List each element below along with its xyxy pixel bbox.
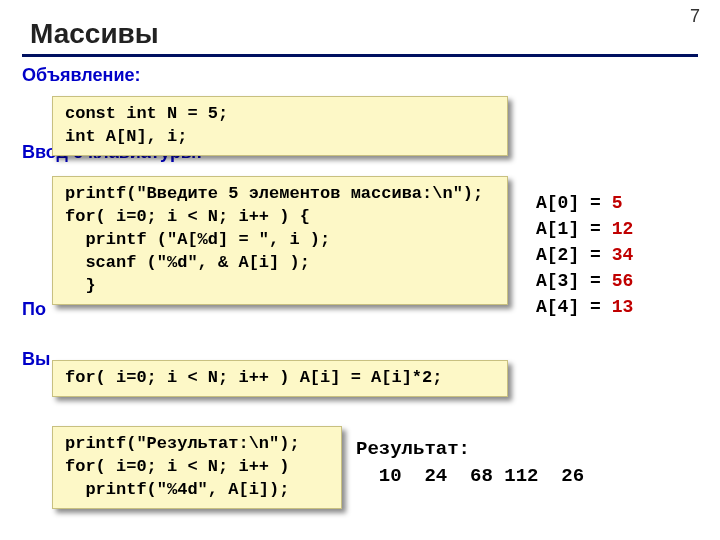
io-row: A[0] = 5 — [536, 190, 633, 216]
io-val: 56 — [612, 271, 634, 291]
code-declaration: const int N = 5; int A[N], i; — [52, 96, 508, 156]
io-key: A[0] = — [536, 193, 601, 213]
io-row: A[1] = 12 — [536, 216, 633, 242]
io-row: A[4] = 13 — [536, 294, 633, 320]
io-key: A[3] = — [536, 271, 601, 291]
io-val: 5 — [612, 193, 623, 213]
code-output: printf("Результат:\n"); for( i=0; i < N;… — [52, 426, 342, 509]
io-val: 12 — [612, 219, 634, 239]
io-val: 34 — [612, 245, 634, 265]
io-key: A[2] = — [536, 245, 601, 265]
io-key: A[1] = — [536, 219, 601, 239]
label-declaration: Объявление: — [22, 65, 720, 86]
label-output: Вы — [22, 349, 50, 370]
io-key: A[4] = — [536, 297, 601, 317]
result-label: Результат: — [356, 438, 470, 460]
result-block: Результат: 10 24 68 112 26 — [356, 436, 584, 489]
code-process: for( i=0; i < N; i++ ) A[i] = A[i]*2; — [52, 360, 508, 397]
page-title: Массивы — [30, 18, 698, 50]
label-process: По — [22, 299, 46, 320]
io-val: 13 — [612, 297, 634, 317]
title-rule: Массивы — [22, 18, 698, 57]
page-number: 7 — [690, 6, 700, 27]
result-values: 10 24 68 112 26 — [356, 465, 584, 487]
code-input: printf("Введите 5 элементов массива:\n")… — [52, 176, 508, 305]
sample-io: A[0] = 5 A[1] = 12 A[2] = 34 A[3] = 56 A… — [536, 190, 633, 320]
io-row: A[3] = 56 — [536, 268, 633, 294]
io-row: A[2] = 34 — [536, 242, 633, 268]
